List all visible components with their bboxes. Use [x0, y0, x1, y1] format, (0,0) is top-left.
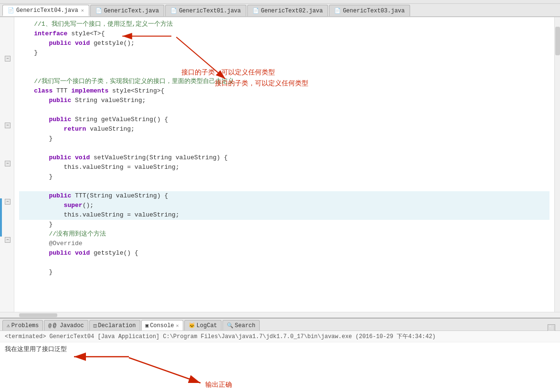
- tab-generictext02[interactable]: 📄 GenericText02.java: [247, 5, 328, 16]
- collapse-icon-1[interactable]: −: [5, 56, 11, 62]
- console-area: <terminated> GenericText04 [Java Applica…: [0, 331, 560, 392]
- horizontal-scrollbar[interactable]: [0, 312, 560, 318]
- code-line-27: }: [19, 268, 549, 277]
- collapse-icon-5[interactable]: −: [5, 237, 11, 243]
- editor-content[interactable]: 接口的子类，可以定义任何类型 //1、我们先写一个接口，使用泛型,定义一个方法 …: [14, 17, 554, 312]
- code-line-14: [19, 144, 549, 153]
- close-icon[interactable]: ✕: [81, 8, 84, 13]
- bottom-panel: ⚠ Problems @ @ Javadoc ◫ Declaration ▣ C…: [0, 318, 560, 392]
- code-line-4: }: [19, 48, 549, 58]
- code-line-9: public String valueString;: [19, 96, 549, 105]
- code-line-23: //没有用到这个方法: [19, 229, 549, 239]
- tab-console[interactable]: ▣ Console ✕: [141, 320, 183, 330]
- annotation-text-2: 输出正确: [205, 381, 232, 389]
- logcat-icon: 🐱: [189, 322, 195, 329]
- code-line-2: interface style<T>{: [19, 29, 549, 39]
- java-file-icon5: 📄: [334, 8, 341, 14]
- code-line-12: return valueString;: [19, 124, 549, 134]
- tab-label: GenericText02.java: [261, 8, 323, 14]
- tab-generictext03[interactable]: 📄 GenericText03.java: [329, 5, 410, 16]
- line-gutter: − − − − −: [0, 17, 14, 312]
- java-file-icon4: 📄: [253, 8, 259, 14]
- svg-line-5: [129, 358, 201, 383]
- tab-logcat[interactable]: 🐱 LogCat: [184, 320, 222, 330]
- tab-declaration[interactable]: ◫ Declaration: [89, 320, 140, 330]
- editor-tab-bar: 📄 GenericText04.java ✕ 📄 GenericText.jav…: [0, 4, 560, 17]
- code-line-25: public void getstyle() {: [19, 248, 549, 258]
- console-output: 我在这里用了接口泛型 输出正确: [0, 342, 560, 356]
- editor-area: − − − − − 接口的子类，可以定义任何类型 //1、我们先写一个接口，使用…: [0, 17, 560, 312]
- tab-generictext[interactable]: 📄 GenericText.java: [90, 5, 164, 16]
- tab-search[interactable]: 🔍 Search: [222, 320, 260, 330]
- collapse-icon-2[interactable]: −: [5, 123, 11, 128]
- tab-label: LogCat: [197, 322, 217, 329]
- collapse-icon-3[interactable]: −: [5, 161, 11, 166]
- vertical-scrollbar[interactable]: [554, 17, 560, 312]
- javadoc-icon: @: [48, 323, 52, 329]
- problems-icon: ⚠: [7, 322, 10, 329]
- java-file-icon2: 📄: [95, 8, 102, 14]
- tab-label: @ Javadoc: [53, 322, 84, 329]
- tab-label: GenericText01.java: [179, 8, 241, 14]
- tab-label: Console: [150, 322, 174, 329]
- annotation-text-1: 接口的子类，可以定义任何类型: [215, 79, 308, 88]
- code-line-18: [19, 182, 549, 191]
- tab-javadoc[interactable]: @ @ Javadoc: [44, 320, 88, 330]
- scrollbar-thumb[interactable]: [555, 27, 560, 55]
- console-close-icon[interactable]: ✕: [176, 323, 179, 329]
- code-line-17: }: [19, 172, 549, 182]
- tab-label: GenericText03.java: [343, 8, 405, 14]
- code-line-19: public TTT(String valueString) {: [19, 191, 549, 201]
- tab-label: Declaration: [98, 322, 136, 329]
- annotation-text-1-display: 接口的子类，可以定义任何类型: [181, 67, 275, 77]
- tab-problems[interactable]: ⚠ Problems: [2, 320, 43, 330]
- code-line-22: }: [19, 220, 549, 229]
- bottom-tab-bar: ⚠ Problems @ @ Javadoc ◫ Declaration ▣ C…: [0, 319, 560, 331]
- code-line-10: [19, 105, 549, 115]
- h-scrollbar-thumb[interactable]: [19, 313, 57, 317]
- code-line-6: 接口的子类，可以定义任何类型: [19, 67, 549, 77]
- console-header: <terminated> GenericText04 [Java Applica…: [0, 331, 560, 342]
- tab-generictext01[interactable]: 📄 GenericText01.java: [165, 5, 246, 16]
- java-file-icon3: 📄: [170, 8, 177, 14]
- tab-generictext04[interactable]: 📄 GenericText04.java ✕: [2, 5, 89, 16]
- code-line-3: public void getstyle();: [19, 39, 549, 48]
- code-line-21: this.valueString = valueString;: [19, 210, 549, 220]
- code-line-5: [19, 58, 549, 67]
- code-line-11: public String getValueString() {: [19, 115, 549, 124]
- code-line-13: }: [19, 134, 549, 144]
- tab-label: GenericText.java: [104, 8, 159, 14]
- tab-label: Search: [235, 322, 255, 329]
- code-line-1: //1、我们先写一个接口，使用泛型,定义一个方法: [19, 20, 549, 29]
- code-line-15: public void setValueString(String valueS…: [19, 153, 549, 163]
- code-line-26: [19, 258, 549, 268]
- highlight-indicator: [0, 198, 2, 237]
- search-icon: 🔍: [227, 322, 233, 329]
- code-line-16: this.valueString = valueString;: [19, 163, 549, 172]
- java-file-icon: 📄: [8, 7, 14, 13]
- tab-label: GenericText04.java: [16, 7, 78, 14]
- code-line-20: super();: [19, 201, 549, 210]
- declaration-icon: ◫: [94, 322, 97, 329]
- console-icon: ▣: [146, 322, 149, 329]
- collapse-icon-4[interactable]: −: [5, 199, 11, 205]
- code-line-24: @Override: [19, 239, 549, 248]
- toolbar: [0, 0, 560, 4]
- tab-label: Problems: [11, 322, 39, 329]
- code-line-8: class TTT implements style<String>{: [19, 86, 549, 96]
- console-output-text: 我在这里用了接口泛型: [5, 346, 67, 353]
